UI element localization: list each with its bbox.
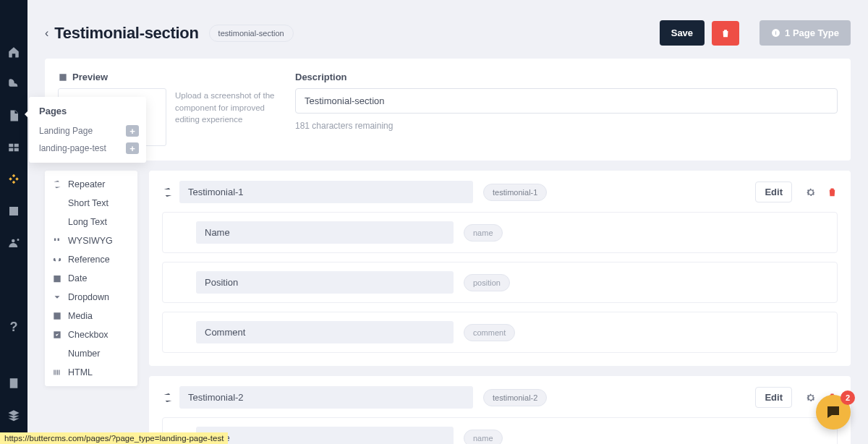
pages-popover-item-label: landing-page-test bbox=[39, 143, 106, 153]
html-icon bbox=[52, 367, 62, 377]
page-header: ‹ Testimonial-section testimonial-sectio… bbox=[45, 20, 851, 46]
page-title: Testimonial-section bbox=[54, 24, 198, 43]
image-icon bbox=[52, 311, 62, 321]
page-type-button[interactable]: i 1 Page Type bbox=[760, 20, 851, 46]
pages-popover-item[interactable]: Landing Page + bbox=[29, 122, 146, 140]
fieldtype-dropdown[interactable]: Dropdown bbox=[45, 288, 137, 307]
drag-handle-icon[interactable] bbox=[174, 229, 186, 237]
description-input[interactable] bbox=[295, 88, 838, 114]
drag-handle-icon[interactable] bbox=[174, 278, 186, 287]
field-slug: comment bbox=[464, 324, 515, 341]
fieldtype-reference[interactable]: Reference bbox=[45, 250, 137, 269]
help-icon[interactable]: ? bbox=[0, 311, 27, 343]
field-slug: name bbox=[464, 224, 503, 242]
block-slug: testimonial-1 bbox=[483, 184, 547, 201]
svg-text:i: i bbox=[775, 30, 777, 36]
back-button[interactable]: ‹ bbox=[45, 27, 54, 40]
calendar-icon bbox=[52, 273, 62, 283]
edit-button[interactable]: Edit bbox=[755, 387, 792, 408]
add-page-icon[interactable]: + bbox=[126, 125, 139, 137]
fieldtype-date[interactable]: Date bbox=[45, 269, 137, 288]
fieldtype-long-text[interactable]: Long Text bbox=[45, 213, 137, 231]
field-row: position bbox=[162, 262, 838, 303]
pages-popover-item-label: Landing Page bbox=[39, 126, 93, 136]
gear-icon[interactable] bbox=[805, 187, 817, 198]
check-icon bbox=[52, 330, 62, 340]
users-icon[interactable] bbox=[0, 227, 27, 259]
repeat-icon bbox=[52, 179, 62, 189]
repeat-icon bbox=[162, 187, 174, 198]
trash-icon[interactable] bbox=[827, 187, 838, 197]
fieldtype-html[interactable]: HTML bbox=[45, 363, 137, 382]
block-title-input[interactable] bbox=[179, 386, 473, 409]
field-name-input[interactable] bbox=[196, 427, 454, 444]
notification-badge: 2 bbox=[841, 390, 855, 405]
drag-handle-icon[interactable] bbox=[174, 328, 186, 337]
field-row: name bbox=[162, 212, 838, 253]
edit-button[interactable]: Edit bbox=[755, 182, 792, 202]
fieldtype-number[interactable]: Number bbox=[45, 344, 137, 363]
field-name-input[interactable] bbox=[196, 321, 454, 343]
fieldtype-repeater[interactable]: Repeater bbox=[45, 175, 137, 194]
collections-icon[interactable] bbox=[0, 132, 27, 163]
short-text-icon bbox=[52, 198, 62, 208]
pages-popover-item[interactable]: landing-page-test + bbox=[29, 140, 146, 157]
save-button[interactable]: Save bbox=[660, 20, 705, 46]
fieldtype-checkbox[interactable]: Checkbox bbox=[45, 325, 137, 344]
description-helper: 181 characters remaining bbox=[295, 121, 838, 131]
blog-icon[interactable] bbox=[0, 68, 27, 100]
nav-rail: ? bbox=[0, 0, 27, 444]
long-text-icon bbox=[52, 217, 62, 227]
pages-icon[interactable] bbox=[0, 100, 27, 132]
add-page-icon[interactable]: + bbox=[126, 142, 139, 154]
field-slug: position bbox=[464, 274, 510, 291]
description-label: Description bbox=[295, 72, 838, 82]
media-icon[interactable] bbox=[0, 195, 27, 227]
pages-popover-title: Pages bbox=[29, 104, 146, 122]
preview-hint: Upload a screenshot of the component for… bbox=[175, 88, 282, 126]
block-slug: testimonial-2 bbox=[483, 389, 547, 406]
field-row: name bbox=[162, 417, 838, 444]
hash-icon bbox=[52, 349, 62, 359]
field-name-input[interactable] bbox=[196, 271, 454, 294]
preview-heading: Preview bbox=[58, 72, 282, 82]
block-title-input[interactable] bbox=[179, 181, 473, 203]
quote-icon bbox=[52, 236, 62, 246]
field-row: comment bbox=[162, 312, 838, 353]
field-slug: name bbox=[464, 430, 503, 445]
components-icon[interactable] bbox=[0, 163, 27, 195]
fieldtype-short-text[interactable]: Short Text bbox=[45, 194, 137, 213]
delete-button[interactable] bbox=[712, 21, 739, 46]
intercom-launcher[interactable]: 2 bbox=[816, 395, 851, 430]
field-name-input[interactable] bbox=[196, 221, 454, 244]
gear-icon[interactable] bbox=[805, 392, 817, 404]
pages-popover: Pages Landing Page + landing-page-test + bbox=[29, 97, 146, 163]
repeater-block: testimonial-2 Edit name bbox=[149, 376, 851, 444]
field-types-panel: Repeater Short Text Long Text WYSIWYG Re… bbox=[45, 171, 137, 386]
layers-icon[interactable] bbox=[0, 399, 27, 431]
docs-icon[interactable] bbox=[0, 367, 27, 399]
fieldtype-wysiwyg[interactable]: WYSIWYG bbox=[45, 231, 137, 250]
repeat-icon bbox=[162, 392, 174, 404]
chevron-down-icon bbox=[52, 292, 62, 302]
slug-tag: testimonial-section bbox=[209, 25, 294, 42]
home-icon[interactable] bbox=[0, 36, 27, 68]
repeater-block: testimonial-1 Edit name position bbox=[149, 171, 851, 366]
link-icon bbox=[52, 255, 62, 265]
fieldtype-media[interactable]: Media bbox=[45, 307, 137, 325]
url-preview: https://buttercms.com/pages/?page_type=l… bbox=[0, 432, 228, 444]
